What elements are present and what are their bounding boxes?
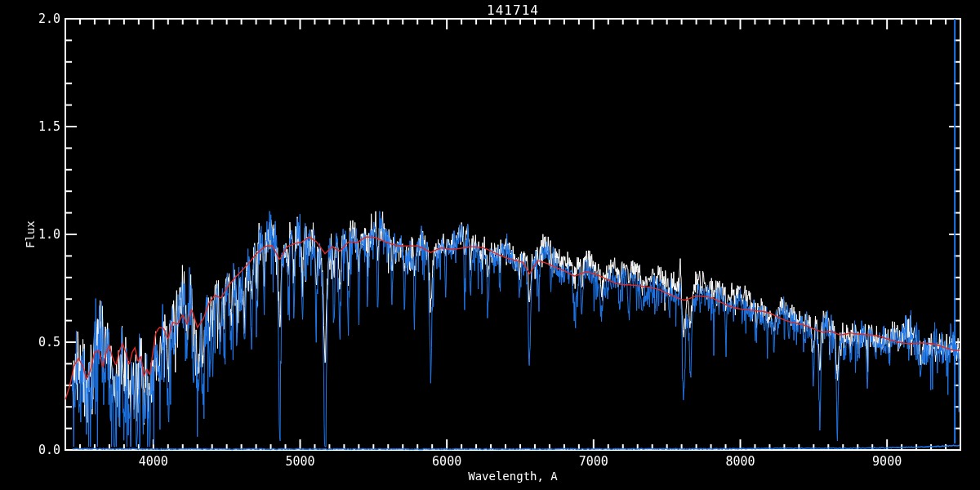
plot-title: 141714 — [487, 2, 539, 18]
y-tick-label: 1.5 — [38, 119, 60, 134]
y-tick-label: 1.0 — [38, 227, 60, 242]
x-tick-label: 6000 — [432, 454, 461, 469]
x-axis-label: Wavelength, A — [468, 470, 558, 483]
x-tick-label: 8000 — [725, 454, 755, 469]
x-tick-label: 5000 — [285, 454, 314, 469]
y-tick-label: 0.0 — [38, 443, 60, 457]
spectrum-figure: 141714 Flux Wavelength, A 40005000600070… — [0, 0, 980, 490]
y-tick-label: 2.0 — [38, 11, 60, 26]
x-tick-label: 9000 — [872, 454, 902, 469]
x-tick-label: 4000 — [139, 454, 168, 469]
spectrum-plot-canvas — [0, 0, 980, 490]
y-tick-label: 0.5 — [38, 335, 60, 350]
y-axis-label: Flux — [24, 220, 37, 248]
x-tick-label: 7000 — [579, 454, 608, 469]
